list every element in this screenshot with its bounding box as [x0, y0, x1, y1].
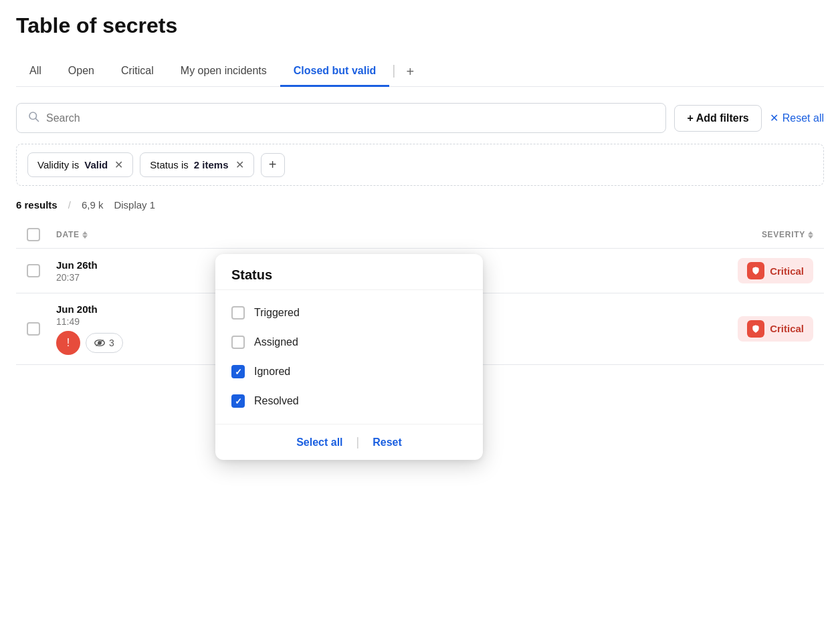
- row1-checkbox[interactable]: [27, 264, 40, 277]
- search-input[interactable]: [46, 112, 655, 124]
- severity-column-header: SEVERITY: [706, 230, 813, 239]
- option-resolved[interactable]: Resolved: [231, 386, 467, 416]
- filter-status-value: 2 items: [194, 159, 229, 170]
- dropdown-options: Triggered Assigned Ignored Resolved: [215, 290, 483, 424]
- row2-eye-badge: 3: [86, 333, 123, 353]
- reset-button[interactable]: Reset: [359, 436, 415, 449]
- row2-icons: ! 3: [56, 331, 163, 355]
- row1-time: 20:37: [56, 272, 163, 283]
- results-display: Display 1: [114, 199, 155, 211]
- severity-sort-icon: [808, 231, 813, 239]
- filters-row: Validity is Valid ✕ Status is 2 items ✕ …: [16, 144, 824, 186]
- results-divider: /: [68, 199, 71, 211]
- resolved-checkbox[interactable]: [231, 394, 245, 408]
- table-header: DATE SEVERITY: [16, 221, 824, 249]
- row1-severity-icon: [747, 262, 764, 279]
- row1-date: Jun 26th: [56, 259, 163, 272]
- filter-chip-validity[interactable]: Validity is Valid ✕: [27, 152, 133, 177]
- row2-checkbox[interactable]: [27, 322, 40, 336]
- ignored-checkbox[interactable]: [231, 365, 245, 378]
- filter-validity-value: Valid: [84, 159, 108, 170]
- filter-validity-close-icon[interactable]: ✕: [114, 158, 123, 171]
- results-info: 6 results / 6,9 k Display 1: [16, 199, 824, 211]
- select-all-button[interactable]: Select all: [283, 436, 356, 449]
- row2-time: 11:49: [56, 316, 163, 327]
- tab-add-button[interactable]: +: [399, 59, 423, 85]
- select-all-checkbox[interactable]: [27, 228, 40, 241]
- results-total: 6,9 k: [82, 199, 104, 211]
- search-row: + Add filters ✕ Reset all: [16, 103, 824, 133]
- filter-chip-status[interactable]: Status is 2 items ✕: [140, 152, 253, 177]
- assigned-checkbox[interactable]: [231, 336, 245, 349]
- row2-severity-icon: [747, 320, 764, 338]
- option-ignored[interactable]: Ignored: [231, 357, 467, 386]
- option-assigned[interactable]: Assigned: [231, 328, 467, 357]
- filter-add-button[interactable]: +: [261, 153, 285, 177]
- search-box[interactable]: [16, 103, 666, 133]
- dropdown-title: Status: [215, 254, 483, 290]
- reset-all-x-icon: ✕: [770, 112, 778, 124]
- page-title: Table of secrets: [16, 13, 824, 38]
- tab-my-open-incidents[interactable]: My open incidents: [167, 57, 280, 87]
- date-column-header[interactable]: DATE: [56, 230, 163, 239]
- resolved-label: Resolved: [254, 395, 299, 407]
- search-icon: [27, 110, 39, 126]
- tabs-bar: All Open Critical My open incidents Clos…: [16, 57, 824, 87]
- row2-badge-count: 3: [109, 338, 114, 348]
- tab-open[interactable]: Open: [55, 57, 108, 87]
- triggered-label: Triggered: [254, 307, 300, 319]
- date-sort-icon: [82, 231, 88, 239]
- tab-divider: |: [392, 63, 395, 78]
- option-triggered[interactable]: Triggered: [231, 298, 467, 328]
- dropdown-footer: Select all | Reset: [215, 424, 483, 460]
- svg-line-1: [35, 118, 38, 121]
- add-filters-button[interactable]: + Add filters: [674, 105, 761, 132]
- triggered-checkbox[interactable]: [231, 306, 245, 320]
- row1-severity-badge: Critical: [738, 258, 813, 283]
- tab-all[interactable]: All: [16, 57, 55, 87]
- reset-all-button[interactable]: ✕ Reset all: [770, 112, 824, 124]
- filter-validity-label: Validity is: [37, 159, 79, 170]
- results-count: 6 results: [16, 199, 58, 211]
- filter-status-label: Status is: [150, 159, 189, 170]
- ignored-label: Ignored: [254, 366, 290, 378]
- row2-date: Jun 20th: [56, 303, 163, 316]
- row2-severity-badge: Critical: [738, 316, 813, 342]
- tab-critical[interactable]: Critical: [108, 57, 167, 87]
- filter-status-close-icon[interactable]: ✕: [235, 158, 244, 171]
- row2-alert-icon: !: [56, 331, 80, 355]
- tab-closed-but-valid[interactable]: Closed but valid: [280, 57, 390, 87]
- assigned-label: Assigned: [254, 336, 298, 348]
- status-dropdown: Status Triggered Assigned Ignored Resolv…: [215, 254, 483, 460]
